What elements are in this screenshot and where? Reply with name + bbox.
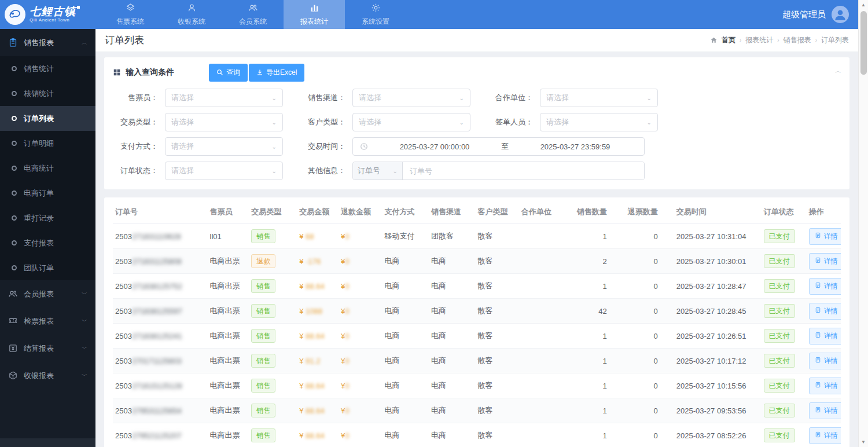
column-header-3: 交易金额	[297, 200, 339, 224]
table-row-7: 2503279531125654电商出票销售¥ 88.64¥0电商电商散客102…	[113, 398, 841, 423]
search-button[interactable]: 查询	[209, 64, 248, 82]
sales-quantity: 1	[570, 423, 623, 447]
sidebar-group-0[interactable]: 销售报表︿	[0, 29, 95, 56]
transaction-type: 销售	[249, 398, 297, 423]
breadcrumb-order-list[interactable]: 订单列表	[821, 35, 849, 45]
detail-button[interactable]: 详情	[809, 328, 841, 345]
nav-item-0[interactable]: 售票系统	[100, 0, 161, 29]
bullet-circle-icon	[12, 265, 17, 270]
collapse-panel-chevron-icon[interactable]: ︿	[835, 67, 841, 75]
vertical-scrollbar[interactable]: ▲ ▼	[858, 0, 868, 447]
sidebar-item-0-3[interactable]: 订单明细	[0, 131, 95, 156]
transaction-amount: ¥ 88.64	[297, 398, 339, 423]
field-transaction-time: 交易时间： 2025-03-27 00:00:00 至 2025-03-27 2…	[300, 137, 645, 156]
user-area[interactable]: 超级管理员	[782, 0, 858, 29]
doc-icon	[815, 232, 821, 240]
bullet-circle-icon	[12, 141, 17, 146]
date-range-picker[interactable]: 2025-03-27 00:00:00 至 2025-03-27 23:59:5…	[352, 137, 645, 156]
detail-button[interactable]: 详情	[809, 427, 841, 444]
pay-method-select[interactable]: 请选择⌄	[165, 137, 283, 156]
detail-button[interactable]: 详情	[809, 228, 841, 245]
sidebar-group-2[interactable]: 检票报表﹀	[0, 307, 95, 335]
sales-quantity: 1	[570, 398, 623, 423]
order-status: 已支付	[762, 299, 807, 324]
row-actions: 详情	[807, 274, 841, 299]
sidebar-item-0-7[interactable]: 支付报表	[0, 230, 95, 255]
order-status-badge: 已支付	[764, 428, 795, 442]
customer-type-select[interactable]: 请选择⌄	[352, 113, 470, 131]
field-sales-channel: 销售渠道： 请选择⌄	[300, 89, 470, 107]
sales-channel: 电商	[429, 274, 476, 299]
other-info-type-select[interactable]: 订单号⌄	[353, 162, 403, 179]
partner-select[interactable]: 请选择⌄	[540, 89, 658, 107]
order-number: 2503271838125241	[113, 324, 208, 349]
nav-item-4[interactable]: 系统设置	[345, 0, 406, 29]
detail-button[interactable]: 详情	[809, 402, 841, 419]
doc-icon	[815, 282, 821, 290]
start-datetime[interactable]: 2025-03-27 00:00:00	[373, 142, 496, 151]
order-status-select[interactable]: 请选择⌄	[165, 162, 283, 180]
sidebar-item-0-2[interactable]: 订单列表	[0, 106, 95, 131]
brand-subtitle: Qili Ancient Town	[30, 18, 80, 23]
sidebar-group-1[interactable]: 会员报表﹀	[0, 280, 95, 307]
nav-item-label: 报表统计	[300, 17, 328, 27]
sidebar-item-0-5[interactable]: 电商订单	[0, 181, 95, 206]
ticket-seller-select[interactable]: 请选择⌄	[165, 89, 283, 107]
transaction-time: 2025-03-27 10:28:47	[674, 274, 762, 299]
transaction-type-badge: 销售	[251, 329, 275, 343]
sidebar-item-label: 销售统计	[24, 64, 54, 74]
sales-channel-select[interactable]: 请选择⌄	[352, 89, 470, 107]
nav-item-2[interactable]: 会员系统	[222, 0, 284, 29]
signer-select[interactable]: 请选择⌄	[540, 113, 658, 131]
breadcrumb-sales-report[interactable]: 销售报表	[784, 35, 811, 45]
sidebar-item-0-6[interactable]: 重打记录	[0, 206, 95, 230]
end-datetime[interactable]: 2025-03-27 23:59:59	[513, 142, 637, 151]
transaction-type-badge: 销售	[251, 229, 275, 243]
breadcrumb-report-stats[interactable]: 报表统计	[745, 35, 773, 45]
sidebar-item-label: 支付报表	[24, 238, 54, 248]
nav-item-3[interactable]: 报表统计	[284, 0, 345, 29]
sidebar-group-3[interactable]: 结算报表﹀	[0, 335, 95, 362]
transaction-amount: ¥ -176	[297, 249, 339, 274]
pay-method: 电商	[382, 324, 429, 349]
sidebar-group-4[interactable]: 收银报表﹀	[0, 362, 95, 389]
brand[interactable]: 七鲤古镇 Qili Ancient Town	[0, 0, 100, 29]
transaction-type-badge: 销售	[251, 304, 275, 318]
order-number-input[interactable]	[403, 162, 644, 179]
sidebar-footer	[0, 438, 95, 447]
export-excel-button[interactable]: 导出Excel	[249, 64, 304, 82]
order-status-badge: 已支付	[764, 354, 795, 368]
scroll-down-arrow-icon[interactable]: ▼	[859, 437, 868, 447]
transaction-time: 2025-03-27 08:52:26	[674, 423, 762, 447]
transaction-type: 销售	[249, 299, 297, 324]
sidebar-item-0-0[interactable]: 销售统计	[0, 56, 95, 81]
bullet-circle-icon	[12, 116, 17, 121]
doc-icon	[815, 307, 821, 315]
sales-channel: 电商	[429, 249, 476, 274]
sidebar-item-0-4[interactable]: 电商统计	[0, 156, 95, 181]
column-header-10: 退票数量	[623, 200, 674, 224]
chevron-down-icon: ⌄	[647, 119, 652, 126]
refund-quantity: 0	[623, 274, 674, 299]
sidebar-item-0-1[interactable]: 核销统计	[0, 81, 95, 106]
sidebar-item-0-8[interactable]: 团队订单	[0, 255, 95, 280]
transaction-type-select[interactable]: 请选择⌄	[165, 113, 283, 131]
order-status-badge: 已支付	[764, 229, 795, 243]
avatar[interactable]	[832, 6, 849, 23]
detail-button[interactable]: 详情	[809, 303, 841, 320]
page-title: 订单列表	[105, 34, 144, 47]
scroll-up-arrow-icon[interactable]: ▲	[859, 0, 868, 10]
transaction-type: 销售	[249, 349, 297, 373]
breadcrumb-home[interactable]: 首页	[722, 35, 735, 45]
sidebar-group-label: 结算报表	[24, 343, 54, 354]
detail-button[interactable]: 详情	[809, 378, 841, 394]
refund-amount: ¥0	[339, 423, 382, 447]
detail-button[interactable]: 详情	[809, 278, 841, 295]
partner-unit	[519, 349, 570, 373]
nav-item-1[interactable]: 收银系统	[161, 0, 222, 29]
order-number: 2503271831125808	[113, 249, 208, 274]
clock-icon	[360, 142, 368, 151]
detail-button[interactable]: 详情	[809, 353, 841, 369]
detail-button[interactable]: 详情	[809, 253, 841, 270]
scrollbar-thumb[interactable]	[860, 11, 867, 75]
